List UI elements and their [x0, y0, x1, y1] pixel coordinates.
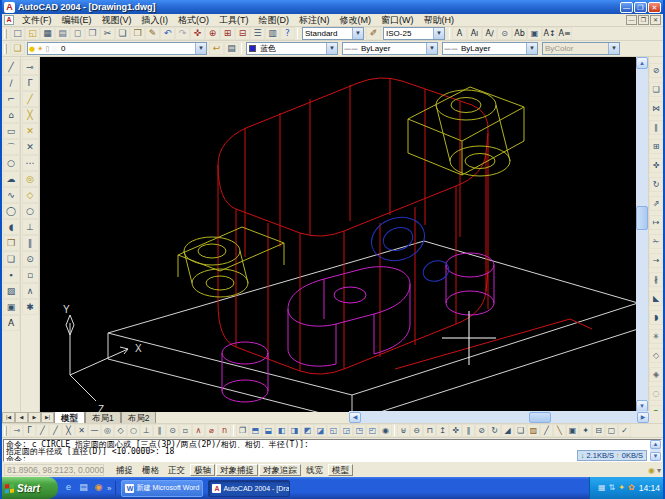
snap-insert-button[interactable]: ▫ [179, 424, 192, 437]
snap-parallel-button[interactable]: ∥ [153, 424, 166, 437]
spell-check-button[interactable]: Ab [512, 27, 527, 40]
toggle-模型[interactable]: 模型 [328, 464, 353, 476]
named-views-button[interactable]: ❐ [236, 424, 249, 437]
insert-block-button[interactable]: ❒ [3, 235, 20, 251]
snap-nearest-button[interactable]: ∧ [192, 424, 205, 437]
camera-button[interactable]: ◉ [379, 424, 392, 437]
subtract-button[interactable]: ⊖ [410, 424, 423, 437]
open-button[interactable]: ◱ [25, 27, 40, 40]
copy-edges-button[interactable]: ╱ [540, 424, 553, 437]
internet-explorer-quicklaunch[interactable]: e [62, 481, 75, 495]
horizontal-scroll-thumb[interactable] [529, 412, 551, 423]
snap-intersection-button[interactable]: ✕ [22, 123, 39, 139]
check-button[interactable]: ✓ [618, 424, 631, 437]
scroll-right-icon[interactable]: ▶ [637, 412, 649, 423]
clean-button[interactable]: ✦ [579, 424, 592, 437]
extend-button[interactable]: → [649, 253, 663, 268]
rotate-faces-button[interactable]: ↻ [488, 424, 501, 437]
chevron-down-icon[interactable]: ▼ [326, 43, 337, 54]
offset-button[interactable]: ∥ [649, 120, 663, 135]
print-preview-button[interactable]: ◻ [70, 27, 85, 40]
horizontal-scrollbar[interactable]: ◀ ▶ [349, 411, 649, 423]
snap-apparent-intersection-button[interactable]: ✕ [75, 424, 88, 437]
top-view-button[interactable]: ⬒ [249, 424, 262, 437]
move-button[interactable]: ✜ [649, 158, 663, 173]
shade-3d-wireframe-button[interactable]: ◈ [649, 367, 663, 382]
communication-center-icon[interactable]: ◉ [648, 466, 655, 475]
right-view-button[interactable]: ◨ [288, 424, 301, 437]
nw-isometric-button[interactable]: ◰ [366, 424, 379, 437]
messenger-icon[interactable]: ✦ [618, 484, 625, 492]
snap-insert-button[interactable]: ▫ [22, 267, 39, 283]
save-button[interactable]: ▦ [40, 27, 55, 40]
left-view-button[interactable]: ◧ [275, 424, 288, 437]
zoom-realtime-button[interactable]: ⊕ [205, 27, 220, 40]
fillet-button[interactable]: ◗ [649, 310, 663, 325]
stretch-button[interactable]: ↦ [649, 215, 663, 230]
move-faces-button[interactable]: ✜ [449, 424, 462, 437]
imprint-button[interactable]: ▣ [566, 424, 579, 437]
menu-item[interactable]: 格式(O) [173, 14, 214, 27]
trim-button[interactable]: ✁ [649, 234, 663, 249]
help-button[interactable]: ? [280, 27, 295, 40]
snap-parallel-button[interactable]: ∥ [22, 235, 39, 251]
layer-previous-button[interactable]: ↩ [209, 42, 224, 55]
scroll-left-icon[interactable]: ◀ [349, 412, 361, 423]
tab-模型[interactable]: 模型 [54, 411, 85, 423]
union-button[interactable]: ⊎ [397, 424, 410, 437]
chevron-down-icon[interactable]: ▼ [195, 43, 206, 54]
menu-item[interactable]: 标注(N) [294, 14, 335, 27]
scroll-down-icon[interactable]: ▼ [650, 452, 661, 461]
back-view-button[interactable]: ◪ [314, 424, 327, 437]
snap-intersection-button[interactable]: ╳ [62, 424, 75, 437]
lineweight-combo[interactable]: —— ByLayer ▼ [442, 42, 538, 55]
toggle-极轴[interactable]: 极轴 [190, 464, 215, 476]
restore-button[interactable]: ❐ [634, 2, 647, 13]
osnap-settings-button[interactable]: ✱ [22, 299, 39, 315]
toggle-正交[interactable]: 正交 [164, 464, 189, 476]
taskbar-task[interactable]: AAutoCAD 2004 - [Dra... [208, 480, 290, 497]
array-button[interactable]: ⊞ [649, 139, 663, 154]
quicklaunch-chevron-icon[interactable]: » [107, 484, 111, 493]
scale-button[interactable]: ⇗ [649, 196, 663, 211]
taskbar-task[interactable]: W新建 Microsoft Word ... [121, 480, 203, 497]
zoom-previous-button[interactable]: ⊟ [235, 27, 250, 40]
circle-button[interactable]: ○ [3, 155, 20, 171]
osnap-settings-button[interactable]: n [218, 424, 231, 437]
toolbar-grip[interactable] [4, 44, 7, 54]
line-button[interactable]: ╱ [3, 59, 20, 75]
cut-button[interactable]: ✂ [100, 27, 115, 40]
dim-style-combo[interactable]: ISO-25 ▼ [383, 27, 445, 40]
toggle-对象追踪[interactable]: 对象追踪 [259, 464, 301, 476]
menu-item[interactable]: 编辑(E) [57, 14, 97, 27]
menu-item[interactable]: 插入(I) [137, 14, 174, 27]
redo-button[interactable]: ↷ [175, 27, 190, 40]
publish-button[interactable]: ❐ [85, 27, 100, 40]
toolbar-grip[interactable] [4, 29, 7, 39]
hatch-button[interactable]: ▨ [3, 283, 20, 299]
arc-button[interactable]: ⌒ [3, 139, 20, 155]
scroll-up-icon[interactable]: ▲ [636, 57, 648, 69]
bottom-view-button[interactable]: ⬓ [262, 424, 275, 437]
drawing-canvas[interactable]: Y X Z [40, 57, 636, 412]
child-minimize-button[interactable]: — [626, 15, 637, 25]
polygon-button[interactable]: ⌂ [3, 107, 20, 123]
chevron-down-icon[interactable]: ▼ [426, 43, 437, 54]
edit-text-button[interactable]: A∕ [482, 27, 497, 40]
snap-endpoint-button[interactable]: ╱ [36, 424, 49, 437]
snap-endpoint-button[interactable]: ╱ [22, 91, 39, 107]
spline-button[interactable]: ∿ [3, 187, 20, 203]
start-button[interactable]: Start [0, 477, 58, 499]
revision-cloud-button[interactable]: ☁ [3, 171, 20, 187]
snap-extension-button[interactable]: ⋯ [22, 155, 39, 171]
tab-布局2[interactable]: 布局2 [121, 411, 157, 423]
snap-node-button[interactable]: ⊙ [166, 424, 179, 437]
menu-item[interactable]: 修改(M) [335, 14, 377, 27]
update-icon[interactable]: ▦ [598, 484, 606, 492]
break-button[interactable]: ∦ [649, 272, 663, 287]
snap-tangent-button[interactable]: ○ [127, 424, 140, 437]
shell-button[interactable]: ▢ [605, 424, 618, 437]
snap-tangent-button[interactable]: ○ [22, 203, 39, 219]
snap-midpoint-button[interactable]: ╱ [49, 424, 62, 437]
region-button[interactable]: ▣ [3, 299, 20, 315]
